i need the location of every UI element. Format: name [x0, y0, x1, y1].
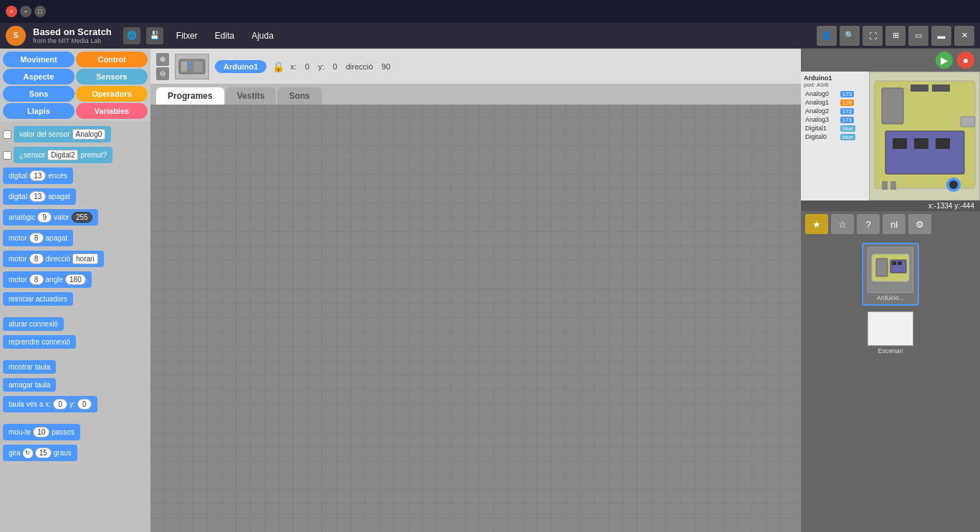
- svg-rect-2: [188, 62, 191, 64]
- tab-vestits[interactable]: Vestits: [226, 87, 277, 105]
- svg-rect-13: [882, 181, 888, 190]
- cat-variables[interactable]: Variables: [76, 103, 148, 119]
- pin-label: Analog3: [804, 115, 839, 124]
- categories: Moviment Control Aspecte Sensors Sons Op…: [0, 49, 150, 122]
- stage-card[interactable]: Escenari: [862, 311, 919, 354]
- cat-control[interactable]: Control: [76, 52, 148, 67]
- tabs: Programes Vestits Sons: [150, 84, 801, 105]
- arduino-pin-table: Arduino1 port: A0/8 Analog0 173 Analog1 …: [801, 72, 865, 144]
- sprite-card-arduino[interactable]: Arduino...: [862, 243, 919, 306]
- block-motor-angle-val[interactable]: 180: [65, 274, 86, 285]
- stage-coords: x:-1334 y:-444: [801, 200, 980, 211]
- extra-toolbar-btn[interactable]: ⚙: [908, 214, 931, 234]
- block-table-y[interactable]: 0: [77, 399, 92, 410]
- block-analogic-val[interactable]: 255: [72, 212, 92, 223]
- minimize-button[interactable]: −: [20, 6, 32, 17]
- block-analogic-num[interactable]: 9: [37, 212, 52, 223]
- block-motor-off[interactable]: motor 8 apagat: [3, 230, 73, 246]
- menu-ajuda[interactable]: Ajuda: [244, 28, 281, 44]
- arduino-port: port: A0/8: [804, 82, 863, 88]
- cat-sensors[interactable]: Sensors: [76, 69, 148, 84]
- tab-programes[interactable]: Programes: [156, 87, 224, 105]
- dir-value: 90: [382, 62, 390, 71]
- layout1-icon[interactable]: ▭: [908, 26, 928, 46]
- zoom-in-icon[interactable]: 🔍: [840, 26, 860, 46]
- svg-rect-11: [914, 138, 928, 149]
- block-sensor-value-label: valor del sensor: [19, 130, 70, 138]
- star-empty-btn[interactable]: ☆: [831, 214, 854, 234]
- block-resume-conn[interactable]: reprendre connexió: [3, 335, 76, 349]
- lang-btn[interactable]: nl: [883, 214, 905, 234]
- center-panel: ⊕ ⊖ Arduino1 🔒 x: 0 y: 0 direcció: [150, 49, 801, 532]
- block-motor-angle-num[interactable]: 8: [29, 274, 44, 285]
- pin-row: Digital0 blue: [804, 132, 863, 141]
- x-label: x:: [290, 62, 297, 71]
- save-icon[interactable]: 💾: [146, 27, 163, 44]
- block-move-steps[interactable]: 10: [33, 427, 49, 437]
- block-digital-on[interactable]: digital 13 encès: [3, 168, 73, 184]
- block-sensor-check[interactable]: ¿sensor Digital2 premut?: [3, 147, 148, 163]
- pin-row: Digital1 blue: [804, 124, 863, 132]
- block-reset[interactable]: reiniciar actuadors: [3, 292, 73, 306]
- checkbox-sensor-value[interactable]: [3, 130, 11, 139]
- svg-rect-21: [892, 261, 896, 265]
- block-digital-off[interactable]: digital 13 apagat: [3, 188, 76, 205]
- fullscreen-icon[interactable]: ⛶: [863, 26, 883, 46]
- app-title-block: Based on Scratch from the MIT Media Lab: [33, 26, 112, 44]
- pin-table: Analog0 173 Analog1 128 Analog2 172 Anal…: [804, 90, 863, 141]
- cat-operadors[interactable]: Operadors: [76, 86, 148, 102]
- block-table-goto[interactable]: taula vés a x: 0 y: 0: [3, 396, 97, 412]
- checkbox-sensor-check[interactable]: [3, 151, 11, 160]
- sprites-area: Arduino... Escenari: [801, 237, 980, 532]
- pin-label: Digital0: [804, 132, 839, 141]
- block-motor-dir-num[interactable]: 8: [29, 253, 44, 264]
- menu-right: 👤 🔍 ⛶ ⊞ ▭ ▬ ✕: [817, 26, 974, 46]
- block-motor-dir[interactable]: motor 8 direcció horari: [3, 251, 104, 267]
- cat-sons[interactable]: Sons: [3, 86, 75, 102]
- block-sensor-dropdown[interactable]: Analog0: [72, 129, 106, 140]
- block-turn[interactable]: gira ↻ 15 graus: [3, 445, 77, 461]
- menu-fitxer[interactable]: Fitxer: [169, 28, 205, 44]
- block-sensor-value[interactable]: valor del sensor Analog0: [3, 126, 148, 142]
- block-table-x[interactable]: 0: [53, 399, 67, 410]
- help-btn[interactable]: ?: [857, 214, 880, 234]
- block-digital-off-num[interactable]: 13: [29, 191, 46, 202]
- nav-expand-btn[interactable]: ⊕: [156, 53, 169, 66]
- cat-aspecte[interactable]: Aspecte: [3, 69, 75, 84]
- arduino-info: Arduino1 port: A0/8 Analog0 173 Analog1 …: [801, 72, 980, 200]
- layout2-icon[interactable]: ▬: [931, 26, 951, 46]
- menu-edita[interactable]: Edita: [208, 28, 241, 44]
- block-analogic[interactable]: analògic 9 valor 255: [3, 209, 98, 226]
- block-stop-conn[interactable]: aturar connexió: [3, 317, 64, 331]
- block-move[interactable]: mou-te 10 passos: [3, 424, 80, 440]
- block-digital-on-num[interactable]: 13: [29, 170, 46, 181]
- star-filled-btn[interactable]: ★: [805, 214, 828, 234]
- pin-label: Digital1: [804, 124, 839, 132]
- block-hide-table[interactable]: amagar taula: [3, 378, 56, 392]
- user-icon[interactable]: 👤: [817, 26, 837, 46]
- block-show-table[interactable]: mostrar taula: [3, 360, 56, 374]
- cat-moviment[interactable]: Moviment: [3, 52, 75, 67]
- share-icon[interactable]: ⊞: [885, 26, 905, 46]
- nav-shrink-btn[interactable]: ⊖: [156, 67, 169, 80]
- block-sensor-check-label: ¿sensor: [19, 151, 45, 159]
- script-area[interactable]: [150, 105, 801, 532]
- close-button[interactable]: ×: [6, 6, 17, 17]
- block-motor-angle[interactable]: motor 8 angle 180: [3, 271, 92, 288]
- arduino-board-image: [869, 72, 980, 200]
- pin-label: Analog1: [804, 98, 839, 107]
- arduino-title: Arduino1: [804, 74, 863, 82]
- pin-label: Analog2: [804, 107, 839, 115]
- maximize-button[interactable]: □: [34, 6, 46, 17]
- stop-button[interactable]: ●: [957, 52, 974, 69]
- app-title: Based on Scratch: [33, 26, 112, 37]
- cat-llapis[interactable]: Llapis: [3, 103, 75, 119]
- block-turn-deg[interactable]: 15: [35, 448, 52, 458]
- block-motor-off-num[interactable]: 8: [29, 233, 44, 243]
- tab-sons[interactable]: Sons: [277, 87, 321, 105]
- layout3-icon[interactable]: ✕: [954, 26, 974, 46]
- globe-icon[interactable]: 🌐: [123, 27, 140, 44]
- block-sensor-check-dropdown[interactable]: Digital2: [47, 150, 78, 160]
- play-button[interactable]: ▶: [936, 52, 953, 69]
- block-motor-dir-dropdown[interactable]: horari: [72, 253, 98, 264]
